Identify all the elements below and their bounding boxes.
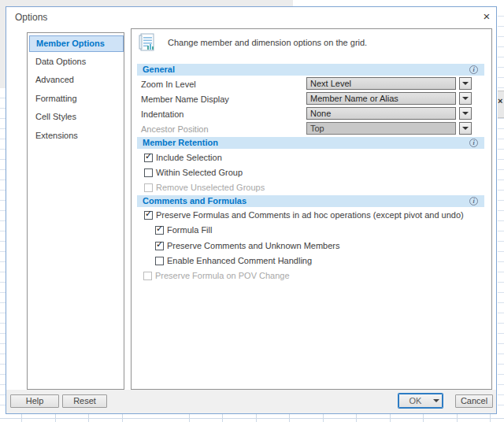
- excel-background-left-header: [0, 6, 6, 88]
- ok-split-button[interactable]: OK: [398, 394, 443, 408]
- help-button[interactable]: Help: [10, 394, 59, 408]
- ancestor-position-label: Ancestor Position: [141, 124, 209, 134]
- checkbox-label: Include Selection: [156, 153, 222, 162]
- excel-background-right-gridlines: [498, 6, 504, 422]
- excel-gridline: [0, 418, 504, 419]
- checkbox-preserve-comments-unknown-members[interactable]: ✓ Preserve Comments and Unknown Members: [155, 241, 339, 250]
- ancestor-position-dropdown-icon: [459, 122, 472, 135]
- member-options-panel: Change member and dimension options on t…: [131, 28, 492, 390]
- section-header-comments-and-formulas: Comments and Formulas: [137, 195, 484, 207]
- dialog-footer: Help Reset OK Cancel: [6, 390, 496, 413]
- checkbox-box[interactable]: ✓: [144, 168, 153, 177]
- checkbox-box[interactable]: ✓: [155, 257, 164, 265]
- ok-dropdown-icon[interactable]: [432, 394, 442, 407]
- checkbox-preserve-formula-on-pov-change: ✓ Preserve Formula on POV Change: [143, 271, 290, 280]
- indentation-select[interactable]: None: [306, 107, 456, 120]
- checkbox-preserve-formulas-and-comments[interactable]: ✓ Preserve Formulas and Comments in ad h…: [144, 210, 464, 220]
- indentation-dropdown-icon[interactable]: [459, 107, 472, 120]
- reset-button[interactable]: Reset: [62, 394, 107, 408]
- checkbox-include-selection[interactable]: ✓ Include Selection: [144, 153, 222, 162]
- zoom-in-level-label: Zoom In Level: [141, 80, 196, 89]
- section-title: Comments and Formulas: [137, 195, 484, 207]
- check-icon: ✓: [145, 151, 152, 161]
- checkbox-box: ✓: [144, 183, 153, 192]
- background-close-icon: ×: [498, 96, 504, 106]
- zoom-in-level-select[interactable]: Next Level: [306, 77, 456, 90]
- info-icon[interactable]: i: [469, 139, 478, 147]
- sidebar-item-formatting[interactable]: Formatting: [29, 91, 122, 106]
- zoom-in-level-dropdown-icon[interactable]: [459, 77, 472, 90]
- checkbox-label: Preserve Formula on POV Change: [155, 271, 290, 280]
- excel-background-bottom-gridlines: [0, 414, 504, 422]
- ok-button[interactable]: OK: [399, 394, 432, 407]
- sidebar-item-cell-styles[interactable]: Cell Styles: [29, 109, 122, 124]
- member-name-display-select[interactable]: Member Name or Alias: [306, 92, 456, 105]
- member-name-display-label: Member Name Display: [141, 94, 229, 104]
- dialog-title: Options: [15, 12, 47, 23]
- options-category-list: Member Options Data Options Advanced For…: [27, 32, 124, 390]
- section-title: Member Retention: [137, 137, 484, 149]
- checkbox-box[interactable]: ✓: [155, 242, 164, 250]
- excel-background-top: [0, 0, 293, 6]
- checkbox-label: Within Selected Group: [156, 168, 243, 177]
- sidebar-item-advanced[interactable]: Advanced: [29, 72, 122, 87]
- panel-description: Change member and dimension options on t…: [168, 38, 367, 47]
- cancel-button[interactable]: Cancel: [455, 394, 493, 408]
- sidebar-item-extensions[interactable]: Extensions: [29, 128, 122, 143]
- section-header-member-retention: Member Retention: [137, 137, 484, 149]
- checkbox-label: Preserve Formulas and Comments in ad hoc…: [156, 210, 464, 220]
- info-icon[interactable]: i: [469, 197, 478, 205]
- checkbox-enable-enhanced-comment-handling[interactable]: ✓ Enable Enhanced Comment Handling: [155, 256, 312, 265]
- checkbox-label: Remove Unselected Groups: [156, 183, 265, 192]
- options-dialog: Options × Member Options Data Options Ad…: [6, 6, 497, 414]
- checkbox-remove-unselected-groups: ✓ Remove Unselected Groups: [144, 183, 265, 192]
- sidebar-item-data-options[interactable]: Data Options: [29, 54, 122, 69]
- section-header-general: General: [137, 64, 484, 76]
- checkbox-formula-fill[interactable]: ✓ Formula Fill: [155, 225, 212, 235]
- grid-document-icon: [138, 32, 157, 54]
- sidebar-item-member-options[interactable]: Member Options: [29, 35, 124, 52]
- checkbox-box: ✓: [143, 272, 152, 280]
- info-icon[interactable]: i: [469, 65, 478, 74]
- checkbox-label: Formula Fill: [167, 225, 212, 235]
- checkbox-box[interactable]: ✓: [155, 226, 164, 235]
- close-icon[interactable]: ×: [478, 9, 495, 24]
- checkbox-within-selected-group[interactable]: ✓ Within Selected Group: [144, 168, 243, 177]
- checkbox-box[interactable]: ✓: [144, 154, 153, 162]
- ancestor-position-select: Top: [306, 122, 456, 135]
- check-icon: ✓: [156, 224, 163, 234]
- excel-background-right-cell: ×: [498, 91, 504, 118]
- section-title: General: [137, 64, 484, 76]
- checkbox-box[interactable]: ✓: [144, 211, 153, 220]
- check-icon: ✓: [145, 209, 152, 219]
- check-icon: ✓: [156, 239, 163, 250]
- member-name-display-dropdown-icon[interactable]: [459, 92, 472, 105]
- checkbox-label: Enable Enhanced Comment Handling: [167, 256, 312, 265]
- indentation-label: Indentation: [141, 109, 183, 119]
- checkbox-label: Preserve Comments and Unknown Members: [167, 241, 339, 250]
